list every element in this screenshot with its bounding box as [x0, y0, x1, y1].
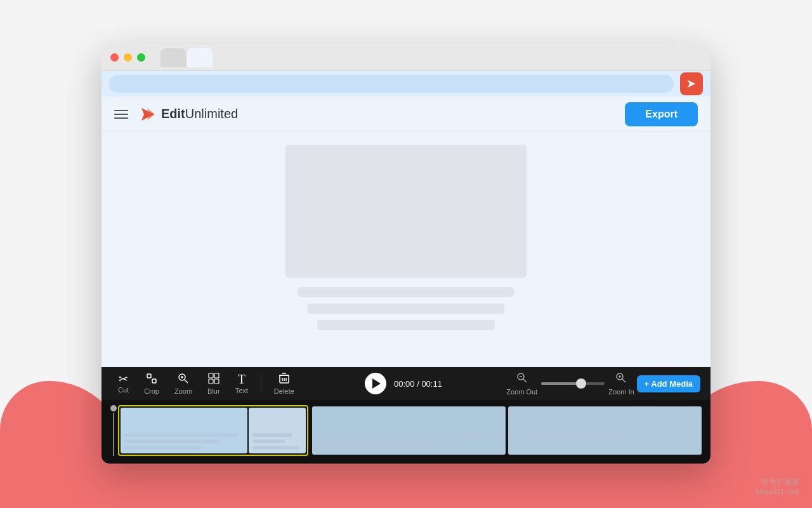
zoom-in-label: Zoom In [608, 388, 634, 396]
logo-suffix: Unlimited [185, 107, 238, 121]
play-button[interactable] [365, 373, 386, 394]
cut-tool[interactable]: ✂ Cut [112, 371, 135, 396]
svg-rect-12 [214, 379, 219, 384]
traffic-light-yellow[interactable] [124, 53, 132, 62]
clip-bar [252, 439, 285, 443]
clip-bar [124, 439, 219, 443]
toolbar-divider [261, 374, 261, 393]
svg-rect-3 [147, 374, 151, 378]
clip-bar [512, 441, 688, 444]
crop-label: Crop [144, 387, 159, 395]
delete-tool[interactable]: Delete [268, 370, 301, 398]
svg-rect-9 [209, 373, 213, 378]
timeline-area [102, 400, 710, 464]
clip-bar [316, 447, 436, 451]
crop-icon [146, 373, 157, 386]
zoom-in-button[interactable] [615, 372, 627, 387]
add-media-button[interactable]: + Add Media [637, 375, 700, 392]
traffic-light-red[interactable] [110, 53, 119, 62]
main-area [102, 132, 710, 367]
logo-brand: Edit [161, 107, 185, 121]
clip-2[interactable] [249, 408, 306, 453]
blur-icon [208, 373, 219, 386]
zoom-slider-thumb[interactable] [576, 378, 586, 389]
watermark-text: 符号扩展迷 [755, 477, 799, 488]
traffic-light-green[interactable] [137, 53, 145, 62]
text-icon: T [238, 373, 246, 385]
watermark-url: fuhao321.com [755, 488, 799, 495]
clip-bar [512, 434, 632, 438]
hamburger-line-1 [114, 110, 128, 111]
svg-marker-0 [688, 80, 695, 88]
export-button[interactable]: Export [625, 102, 698, 126]
cut-icon: ✂ [119, 373, 128, 385]
clip-3[interactable] [312, 406, 506, 455]
timeline-playhead [109, 405, 118, 456]
browser-tab-2[interactable] [187, 48, 213, 67]
zoom-out-button[interactable] [516, 372, 528, 387]
video-preview [285, 145, 527, 278]
clip-group-normal [311, 405, 703, 456]
logo-icon [138, 105, 157, 124]
svg-rect-11 [209, 379, 213, 384]
delete-label: Delete [274, 387, 294, 395]
clip-bar [124, 446, 202, 450]
zoom-label: Zoom [174, 387, 192, 395]
hamburger-line-3 [114, 117, 128, 119]
content-placeholder [127, 287, 685, 330]
text-label: Text [235, 387, 248, 394]
cut-label: Cut [118, 386, 129, 394]
placeholder-bar-1 [298, 287, 514, 297]
clip-bar [316, 441, 464, 444]
placeholder-bar-3 [317, 320, 495, 330]
editing-toolbar: ✂ Cut Crop [102, 367, 710, 400]
browser-tab-bar [160, 48, 213, 67]
browser-action-button[interactable] [680, 72, 703, 95]
zoom-slider[interactable] [541, 382, 605, 385]
hamburger-menu-button[interactable] [114, 110, 128, 119]
zoom-out-label: Zoom Out [506, 388, 537, 396]
address-bar[interactable] [109, 75, 674, 93]
zoom-tool[interactable]: Zoom [168, 370, 199, 398]
svg-line-6 [185, 380, 188, 383]
zoom-slider-fill [541, 382, 579, 385]
blur-label: Blur [207, 387, 220, 395]
clip-group-selected[interactable] [118, 405, 308, 456]
browser-window: EditUnlimited Export ✂ Cut [102, 44, 710, 464]
app-header: EditUnlimited Export [102, 97, 710, 132]
browser-tab-1[interactable] [160, 48, 186, 67]
time-display: 00:00 / 00:11 [394, 379, 442, 389]
clip-1[interactable] [121, 408, 247, 453]
text-tool[interactable]: T Text [229, 370, 254, 397]
clip-bar [316, 434, 492, 438]
svg-line-20 [523, 379, 527, 382]
browser-chrome [102, 44, 710, 71]
logo-text: EditUnlimited [161, 107, 238, 121]
blur-tool[interactable]: Blur [201, 370, 226, 398]
clip-bar [512, 447, 660, 451]
playhead-dot [110, 405, 117, 411]
playhead-line [113, 413, 114, 456]
svg-rect-4 [152, 379, 156, 383]
play-icon [372, 378, 381, 389]
placeholder-bar-2 [308, 304, 504, 314]
zoom-controls: Zoom Out Zoom In [506, 372, 634, 396]
svg-rect-10 [214, 373, 219, 378]
clip-bar [252, 433, 292, 437]
watermark: 符号扩展迷 fuhao321.com [755, 477, 799, 495]
browser-action-icon [685, 77, 698, 90]
delete-icon [278, 373, 290, 386]
hamburger-line-2 [114, 114, 128, 115]
timeline-clips [118, 405, 703, 456]
address-bar-row [102, 71, 710, 97]
svg-line-23 [622, 379, 625, 382]
crop-tool[interactable]: Crop [138, 370, 166, 398]
app-content: EditUnlimited Export ✂ Cut [102, 97, 710, 464]
clip-4[interactable] [508, 406, 702, 455]
app-logo: EditUnlimited [138, 105, 238, 124]
playback-controls: 00:00 / 00:11 [365, 373, 442, 394]
clip-bar [252, 446, 299, 450]
zoom-icon [178, 373, 189, 386]
clip-bar [124, 433, 238, 437]
